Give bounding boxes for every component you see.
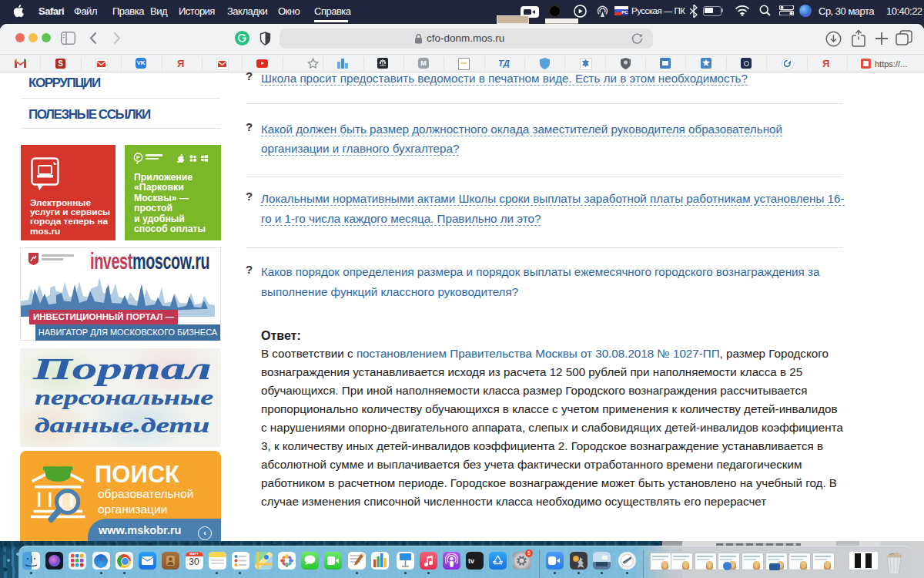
svg-text:P: P — [136, 155, 140, 160]
